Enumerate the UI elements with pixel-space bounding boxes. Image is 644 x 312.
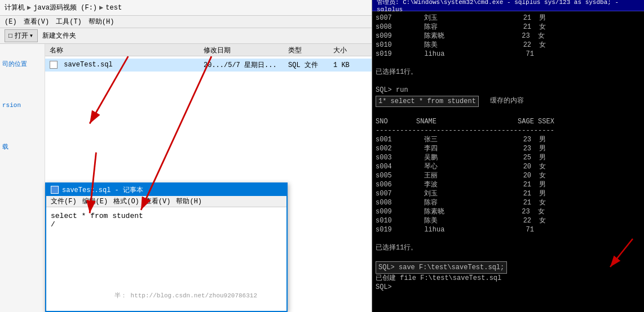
cmd-save-result: 已创建 file F:\test\saveTest.sql [376, 274, 641, 283]
cmd-row-s001: s001 张三 23 男 [376, 135, 641, 144]
cmd-blank1 [376, 108, 641, 117]
menu-item-help[interactable]: 帮助(H) [89, 17, 114, 26]
notepad-icon [51, 186, 59, 194]
cmd-row-s009-top: s009 陈素晓 23 女 [376, 32, 641, 41]
cmd-row-s009: s009 陈素晓 23 女 [376, 207, 641, 216]
status-bar-watermark: 半： http://blog.csdn.net/zhou920786312 [0, 291, 372, 300]
file-date: 20.../5/7 星期日... [204, 60, 288, 70]
file-item-savetest[interactable]: saveTest.sql 20.../5/7 星期日... SQL 文件 1 K… [45, 59, 372, 72]
cmd-row-s002: s002 李四 23 男 [376, 144, 641, 153]
explorer-sidebar: 司的位置 rsion 载 [0, 44, 45, 312]
notepad-menu: 文件(F) 编辑(E) 格式(O) 查看(V) 帮助(H) [46, 196, 286, 207]
notepad-line-2: / [51, 220, 282, 229]
cmd-table-header: SNO SNAME SAGE SSEX [376, 117, 641, 126]
col-header-type: 类型 [288, 46, 333, 55]
notepad-titlebar: saveTest.sql - 记事本 [46, 184, 286, 196]
notepad-menu-view[interactable]: 查看(V) [145, 197, 171, 206]
cmd-selected-count1: 已选择11行。 [376, 68, 641, 77]
cmd-content-area[interactable]: s007 刘玉 21 男 s008 陈容 21 女 s009 陈素晓 23 女 … [372, 11, 644, 312]
cmd-row-s007: s007 刘玉 21 男 [376, 189, 641, 198]
buffer-area: 1* select * from student 缓存的内容 [376, 95, 641, 108]
notepad-title: saveTest.sql - 记事本 [62, 185, 143, 195]
save-command-text: SQL> save F:\test\saveTest.sql; [378, 264, 504, 271]
cmd-run-prompt [376, 77, 641, 86]
notepad-menu-edit[interactable]: 编辑(E) [82, 197, 108, 206]
breadcrumb-part-folder[interactable]: test [105, 4, 122, 12]
notepad-line-1: select * from student [51, 212, 282, 220]
col-header-name: 名称 [50, 46, 204, 55]
col-header-date: 修改日期 [204, 46, 288, 55]
breadcrumb-part-drive[interactable]: java源码视频 (F:) [33, 3, 97, 12]
cmd-titlebar: 管理员: C:\Windows\system32\cmd.exe - sqlpl… [372, 0, 644, 11]
cmd-row-s004: s004 琴心 20 女 [376, 162, 641, 171]
notepad-menu-format[interactable]: 格式(O) [113, 197, 139, 206]
file-list-header: 名称 修改日期 类型 大小 [45, 44, 372, 56]
cmd-row-s007-top: s007 刘玉 21 男 [376, 14, 641, 23]
cmd-selected-msg1 [376, 59, 641, 68]
sidebar-item-location: 司的位置 [2, 60, 42, 68]
explorer-menu-bar: (E) 查看(V) 工具(T) 帮助(H) [0, 16, 372, 28]
cmd-blank3 [376, 252, 641, 261]
cmd-final-prompt: SQL> [376, 283, 641, 292]
new-folder-button[interactable]: 新建文件夹 [42, 31, 76, 41]
sidebar-item-download: 载 [2, 142, 42, 151]
file-type: SQL 文件 [288, 60, 333, 70]
breadcrumb: 计算机 ▶ java源码视频 (F:) ▶ test [0, 0, 372, 16]
menu-item-e[interactable]: (E) [5, 18, 17, 26]
col-header-size: 大小 [333, 46, 367, 55]
buffer-box: 1* select * from student [376, 96, 479, 107]
file-explorer-panel: 计算机 ▶ java源码视频 (F:) ▶ test (E) 查看(V) 工具(… [0, 0, 372, 312]
cmd-row-s010-top: s010 陈美 22 女 [376, 41, 641, 50]
file-name: saveTest.sql [50, 61, 204, 69]
buffer-label: 缓存的内容 [490, 96, 524, 105]
menu-item-tools[interactable]: 工具(T) [56, 17, 82, 26]
file-icon [50, 61, 58, 69]
breadcrumb-part-computer[interactable]: 计算机 [5, 3, 25, 12]
cmd-row-s005: s005 王丽 20 女 [376, 171, 641, 180]
cmd-run-command: SQL> run [376, 86, 641, 95]
notepad-menu-file[interactable]: 文件(F) [51, 197, 77, 206]
breadcrumb-sep-1: ▶ [27, 3, 31, 12]
open-button[interactable]: □ 打开 ▼ [5, 29, 38, 42]
cmd-row-s006: s006 李波 21 男 [376, 180, 641, 189]
cmd-row-s019: s019 lihua 71 [376, 225, 641, 234]
cmd-row-s010: s010 陈美 22 女 [376, 216, 641, 225]
file-size: 1 KB [333, 61, 367, 69]
cmd-panel: 管理员: C:\Windows\system32\cmd.exe - sqlpl… [372, 0, 644, 312]
cmd-table-divider: ----------------------------------------… [376, 126, 641, 135]
save-area: SQL> save F:\test\saveTest.sql; [376, 261, 641, 274]
cmd-selected-count2: 已选择11行。 [376, 243, 641, 252]
cmd-blank2 [376, 234, 641, 243]
buffer-content: 1* select * from student [378, 97, 476, 105]
cmd-row-s008-top: s008 陈容 21 女 [376, 23, 641, 32]
breadcrumb-sep-2: ▶ [99, 3, 103, 12]
open-dropdown-arrow: ▼ [29, 33, 34, 38]
notepad-menu-help[interactable]: 帮助(H) [176, 197, 202, 206]
explorer-toolbar: □ 打开 ▼ 新建文件夹 [0, 28, 372, 44]
save-command-box: SQL> save F:\test\saveTest.sql; [376, 261, 507, 274]
cmd-row-s019-top: s019 lihua 71 [376, 50, 641, 59]
open-button-label: □ 打开 [8, 31, 28, 41]
menu-item-view[interactable]: 查看(V) [24, 17, 50, 26]
cmd-row-s003: s003 吴鹏 25 男 [376, 153, 641, 162]
cmd-row-s008: s008 陈容 21 女 [376, 198, 641, 207]
sidebar-item-version: rsion [2, 102, 42, 109]
